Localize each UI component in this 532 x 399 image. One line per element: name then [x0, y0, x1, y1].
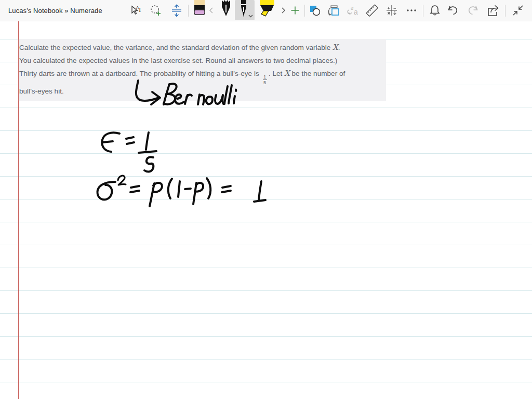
- eraser-button[interactable]: [192, 0, 207, 21]
- problem-line1: Calculate the expected value, the varian…: [19, 44, 332, 51]
- toolbar-divider: [304, 5, 305, 17]
- toolbar-divider: [423, 5, 423, 17]
- insert-space-icon: [170, 4, 183, 17]
- share-icon: [485, 3, 501, 18]
- next-pen-button[interactable]: [278, 0, 288, 21]
- fraction-one-fifth: 15: [263, 74, 267, 85]
- canvas[interactable]: Calculate the expected value, the varian…: [0, 21, 532, 399]
- math-button[interactable]: [383, 0, 400, 21]
- add-pen-plus-icon: [290, 5, 300, 16]
- collapse-window-icon: [511, 4, 525, 17]
- ruler-button[interactable]: [364, 0, 380, 21]
- breadcrumb[interactable]: Lucas's Notebook » Numerade: [8, 0, 102, 21]
- selected-pen-button[interactable]: [235, 0, 255, 21]
- toolbar-divider: [505, 5, 506, 17]
- math-icon: [385, 4, 398, 17]
- svg-text:a: a: [354, 8, 358, 16]
- math-variable-x: X: [284, 69, 290, 78]
- highlighter-icon: [257, 0, 277, 17]
- more-options-button[interactable]: [403, 0, 420, 21]
- pencil-tool-button[interactable]: [218, 0, 234, 21]
- share-button[interactable]: [484, 0, 502, 21]
- shapes-button[interactable]: [308, 0, 323, 21]
- next-pen-chevron-icon: [280, 7, 286, 14]
- highlighter-tool-button[interactable]: [257, 0, 277, 21]
- selected-pen-icon: [235, 0, 255, 20]
- toolbar: Lucas's Notebook » Numerade A I: [0, 0, 532, 21]
- redo-button[interactable]: [464, 0, 481, 21]
- notifications-bell-icon: [428, 4, 442, 17]
- insert-space-button[interactable]: [168, 0, 185, 21]
- shapes-icon: [309, 4, 322, 17]
- collapse-window-button[interactable]: [509, 0, 527, 21]
- ink-to-shape-button[interactable]: [325, 0, 342, 21]
- toolbar-divider: [188, 5, 189, 17]
- previous-pen-chevron-icon: [208, 7, 215, 14]
- ruler-icon: [365, 3, 379, 18]
- problem-line3: Thirty darts are thrown at a dartboard. …: [19, 70, 261, 77]
- pen-dropdown-chevron-icon: [249, 15, 252, 17]
- undo-button[interactable]: [445, 0, 461, 21]
- eraser-icon: [193, 0, 206, 16]
- ink-to-text-button[interactable]: a a: [344, 0, 361, 21]
- ink-to-shape-icon: [326, 4, 341, 17]
- problem-line4: bull's-eyes hit.: [19, 87, 64, 95]
- text-select-cursor-icon: A I: [129, 4, 143, 17]
- problem-line2: You calculated the expected values in th…: [19, 57, 337, 64]
- lasso-select-icon: [149, 4, 163, 17]
- undo-icon: [446, 4, 460, 17]
- svg-text:I: I: [139, 6, 141, 14]
- text-select-button[interactable]: A I: [128, 0, 144, 21]
- math-variable-x: X: [332, 43, 338, 52]
- redo-icon: [466, 4, 480, 17]
- previous-pen-button[interactable]: [207, 0, 216, 21]
- pencil-icon: [218, 0, 234, 18]
- lasso-select-button[interactable]: [148, 0, 164, 21]
- problem-text-block[interactable]: Calculate the expected value, the varian…: [19, 39, 386, 101]
- more-ellipsis-icon: [405, 4, 418, 17]
- notifications-button[interactable]: [427, 0, 443, 21]
- add-pen-button[interactable]: [289, 0, 301, 21]
- ink-to-text-icon: a a: [345, 4, 360, 17]
